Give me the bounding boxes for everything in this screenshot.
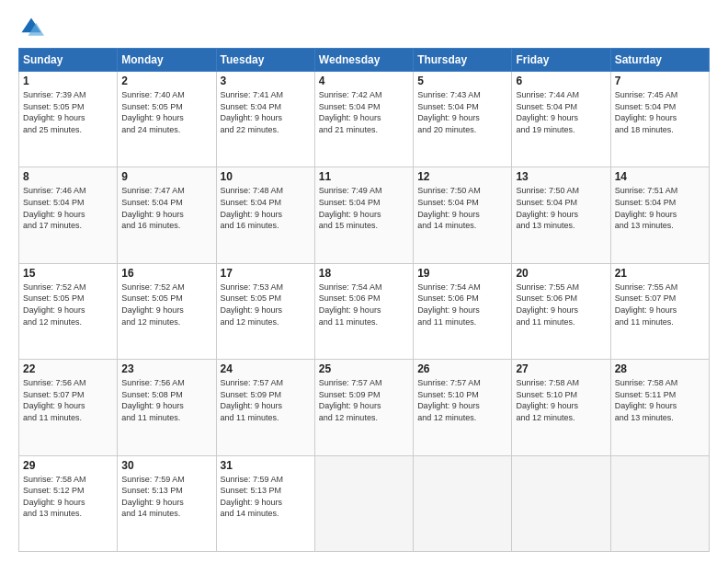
day-info: Sunrise: 7:57 AMSunset: 5:09 PMDaylight:… (221, 378, 284, 422)
day-number: 26 (417, 362, 507, 375)
page: SundayMondayTuesdayWednesdayThursdayFrid… (0, 0, 728, 563)
calendar-cell: 28 Sunrise: 7:58 AMSunset: 5:11 PMDaylig… (610, 360, 709, 455)
day-number: 17 (221, 267, 311, 280)
calendar-cell: 3 Sunrise: 7:41 AMSunset: 5:04 PMDayligh… (216, 72, 314, 167)
day-info: Sunrise: 7:50 AMSunset: 5:04 PMDaylight:… (417, 186, 481, 230)
day-info: Sunrise: 7:56 AMSunset: 5:08 PMDaylight:… (121, 378, 185, 422)
day-number: 28 (615, 362, 705, 375)
calendar-cell (414, 455, 512, 551)
day-info: Sunrise: 7:48 AMSunset: 5:04 PMDaylight:… (221, 186, 284, 230)
day-info: Sunrise: 7:57 AMSunset: 5:10 PMDaylight:… (417, 378, 481, 422)
calendar-cell: 12 Sunrise: 7:50 AMSunset: 5:04 PMDaylig… (414, 167, 512, 263)
calendar-cell: 24 Sunrise: 7:57 AMSunset: 5:09 PMDaylig… (216, 360, 314, 455)
logo-icon (18, 15, 44, 40)
day-info: Sunrise: 7:52 AMSunset: 5:05 PMDaylight:… (121, 282, 185, 327)
day-number: 15 (23, 267, 113, 280)
day-info: Sunrise: 7:40 AMSunset: 5:05 PMDaylight:… (121, 90, 185, 134)
day-number: 23 (121, 362, 211, 375)
logo (18, 15, 50, 40)
day-info: Sunrise: 7:58 AMSunset: 5:10 PMDaylight:… (516, 378, 579, 422)
calendar-cell: 14 Sunrise: 7:51 AMSunset: 5:04 PMDaylig… (610, 167, 709, 263)
calendar-cell: 2 Sunrise: 7:40 AMSunset: 5:05 PMDayligh… (118, 72, 216, 167)
col-header-thursday: Thursday (414, 49, 512, 72)
calendar-cell: 18 Sunrise: 7:54 AMSunset: 5:06 PMDaylig… (314, 263, 413, 359)
day-number: 1 (23, 75, 113, 87)
calendar-cell: 15 Sunrise: 7:52 AMSunset: 5:05 PMDaylig… (19, 263, 118, 359)
calendar-cell: 16 Sunrise: 7:52 AMSunset: 5:05 PMDaylig… (118, 263, 216, 359)
day-info: Sunrise: 7:55 AMSunset: 5:06 PMDaylight:… (516, 282, 579, 327)
day-info: Sunrise: 7:56 AMSunset: 5:07 PMDaylight:… (23, 378, 86, 422)
calendar-week-5: 29 Sunrise: 7:58 AMSunset: 5:12 PMDaylig… (19, 455, 710, 551)
day-number: 10 (221, 170, 311, 183)
calendar-cell (512, 455, 610, 551)
day-number: 18 (319, 267, 409, 280)
day-number: 7 (615, 75, 705, 87)
day-info: Sunrise: 7:52 AMSunset: 5:05 PMDaylight:… (23, 282, 86, 327)
day-info: Sunrise: 7:49 AMSunset: 5:04 PMDaylight:… (319, 186, 382, 230)
calendar-cell: 7 Sunrise: 7:45 AMSunset: 5:04 PMDayligh… (610, 72, 709, 167)
calendar-week-4: 22 Sunrise: 7:56 AMSunset: 5:07 PMDaylig… (19, 360, 710, 455)
day-info: Sunrise: 7:42 AMSunset: 5:04 PMDaylight:… (319, 90, 382, 134)
day-info: Sunrise: 7:43 AMSunset: 5:04 PMDaylight:… (417, 90, 481, 134)
day-number: 3 (221, 75, 311, 87)
day-number: 29 (23, 459, 113, 472)
day-number: 27 (516, 362, 606, 375)
calendar-cell: 23 Sunrise: 7:56 AMSunset: 5:08 PMDaylig… (118, 360, 216, 455)
col-header-friday: Friday (512, 49, 610, 72)
calendar-cell: 17 Sunrise: 7:53 AMSunset: 5:05 PMDaylig… (216, 263, 314, 359)
calendar-cell: 1 Sunrise: 7:39 AMSunset: 5:05 PMDayligh… (19, 72, 118, 167)
day-info: Sunrise: 7:58 AMSunset: 5:12 PMDaylight:… (23, 475, 86, 519)
day-info: Sunrise: 7:57 AMSunset: 5:09 PMDaylight:… (319, 378, 382, 422)
day-info: Sunrise: 7:44 AMSunset: 5:04 PMDaylight:… (516, 90, 579, 134)
day-info: Sunrise: 7:54 AMSunset: 5:06 PMDaylight:… (417, 282, 481, 327)
calendar-cell: 27 Sunrise: 7:58 AMSunset: 5:10 PMDaylig… (512, 360, 610, 455)
day-info: Sunrise: 7:39 AMSunset: 5:05 PMDaylight:… (23, 90, 86, 134)
calendar-cell: 30 Sunrise: 7:59 AMSunset: 5:13 PMDaylig… (118, 455, 216, 551)
day-info: Sunrise: 7:54 AMSunset: 5:06 PMDaylight:… (319, 282, 382, 327)
calendar-body: 1 Sunrise: 7:39 AMSunset: 5:05 PMDayligh… (19, 72, 710, 552)
calendar-week-2: 8 Sunrise: 7:46 AMSunset: 5:04 PMDayligh… (19, 167, 710, 263)
day-number: 2 (121, 75, 211, 87)
day-info: Sunrise: 7:59 AMSunset: 5:13 PMDaylight:… (121, 475, 185, 519)
calendar-cell: 8 Sunrise: 7:46 AMSunset: 5:04 PMDayligh… (19, 167, 118, 263)
day-number: 22 (23, 362, 113, 375)
day-info: Sunrise: 7:47 AMSunset: 5:04 PMDaylight:… (121, 186, 185, 230)
col-header-wednesday: Wednesday (314, 49, 413, 72)
day-number: 5 (417, 75, 507, 87)
day-info: Sunrise: 7:58 AMSunset: 5:11 PMDaylight:… (615, 378, 678, 422)
calendar-cell (610, 455, 709, 551)
calendar-header-row: SundayMondayTuesdayWednesdayThursdayFrid… (19, 49, 710, 72)
calendar-cell: 11 Sunrise: 7:49 AMSunset: 5:04 PMDaylig… (314, 167, 413, 263)
day-number: 11 (319, 170, 409, 183)
calendar-cell: 31 Sunrise: 7:59 AMSunset: 5:13 PMDaylig… (216, 455, 314, 551)
day-number: 20 (516, 267, 606, 280)
col-header-tuesday: Tuesday (216, 49, 314, 72)
calendar-cell: 25 Sunrise: 7:57 AMSunset: 5:09 PMDaylig… (314, 360, 413, 455)
calendar-table: SundayMondayTuesdayWednesdayThursdayFrid… (18, 48, 710, 552)
day-number: 14 (615, 170, 705, 183)
calendar-week-1: 1 Sunrise: 7:39 AMSunset: 5:05 PMDayligh… (19, 72, 710, 167)
day-number: 31 (221, 459, 311, 472)
calendar-cell: 10 Sunrise: 7:48 AMSunset: 5:04 PMDaylig… (216, 167, 314, 263)
calendar-cell (314, 455, 413, 551)
calendar-cell: 26 Sunrise: 7:57 AMSunset: 5:10 PMDaylig… (414, 360, 512, 455)
calendar-cell: 13 Sunrise: 7:50 AMSunset: 5:04 PMDaylig… (512, 167, 610, 263)
calendar-cell: 5 Sunrise: 7:43 AMSunset: 5:04 PMDayligh… (414, 72, 512, 167)
day-info: Sunrise: 7:53 AMSunset: 5:05 PMDaylight:… (221, 282, 284, 327)
day-info: Sunrise: 7:50 AMSunset: 5:04 PMDaylight:… (516, 186, 579, 230)
day-number: 24 (221, 362, 311, 375)
day-number: 16 (121, 267, 211, 280)
day-info: Sunrise: 7:51 AMSunset: 5:04 PMDaylight:… (615, 186, 678, 230)
day-number: 30 (121, 459, 211, 472)
calendar-cell: 22 Sunrise: 7:56 AMSunset: 5:07 PMDaylig… (19, 360, 118, 455)
day-number: 4 (319, 75, 409, 87)
calendar-cell: 21 Sunrise: 7:55 AMSunset: 5:07 PMDaylig… (610, 263, 709, 359)
calendar-cell: 29 Sunrise: 7:58 AMSunset: 5:12 PMDaylig… (19, 455, 118, 551)
day-info: Sunrise: 7:46 AMSunset: 5:04 PMDaylight:… (23, 186, 86, 230)
day-info: Sunrise: 7:55 AMSunset: 5:07 PMDaylight:… (615, 282, 678, 327)
calendar-cell: 19 Sunrise: 7:54 AMSunset: 5:06 PMDaylig… (414, 263, 512, 359)
day-number: 8 (23, 170, 113, 183)
day-number: 13 (516, 170, 606, 183)
day-number: 21 (615, 267, 705, 280)
calendar-week-3: 15 Sunrise: 7:52 AMSunset: 5:05 PMDaylig… (19, 263, 710, 359)
